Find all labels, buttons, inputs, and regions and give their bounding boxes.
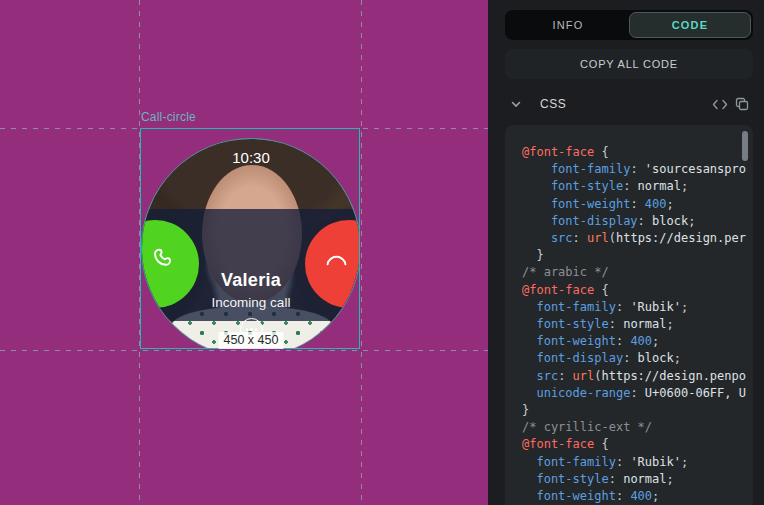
- selection-frame[interactable]: 10:30 Valeria Incoming call: [140, 128, 360, 349]
- tab-info[interactable]: INFO: [507, 12, 629, 38]
- copy-all-code-button[interactable]: COPY ALL CODE: [505, 49, 753, 79]
- code-icon[interactable]: [709, 95, 731, 113]
- phone-icon: [151, 245, 178, 272]
- selection-size-badge: 450 x 450: [219, 332, 284, 349]
- call-time: 10:30: [142, 149, 360, 166]
- copy-icon[interactable]: [731, 95, 753, 113]
- frame-name-label[interactable]: Call-circle: [141, 110, 196, 124]
- ellipsis-dot: [255, 328, 258, 331]
- panel-tabs: INFO CODE: [505, 10, 753, 40]
- guide-line-vertical-right[interactable]: [361, 0, 362, 505]
- ellipsis-dot: [246, 328, 249, 331]
- chevron-down-icon[interactable]: [505, 95, 527, 113]
- caller-name: Valeria: [142, 270, 360, 291]
- caller-status: Incoming call: [142, 295, 360, 310]
- css-code: @font-face { font-family: 'sourcesanspro…: [505, 125, 753, 505]
- ellipsis-dot: [250, 328, 253, 331]
- call-circle-artboard[interactable]: 10:30 Valeria Incoming call: [141, 138, 360, 349]
- right-sidebar: INFO CODE COPY ALL CODE CSS @font-face {…: [488, 0, 764, 505]
- css-section-header[interactable]: CSS: [505, 94, 753, 114]
- css-section-title: CSS: [540, 97, 566, 111]
- tab-code[interactable]: CODE: [629, 12, 751, 38]
- phone-down-icon: [323, 246, 350, 273]
- scrollbar-thumb[interactable]: [742, 131, 748, 161]
- guide-line-horizontal-bottom[interactable]: [0, 350, 488, 351]
- css-code-block[interactable]: @font-face { font-family: 'sourcesanspro…: [505, 125, 753, 505]
- design-canvas[interactable]: Call-circle 10:30 Valeria I: [0, 0, 488, 505]
